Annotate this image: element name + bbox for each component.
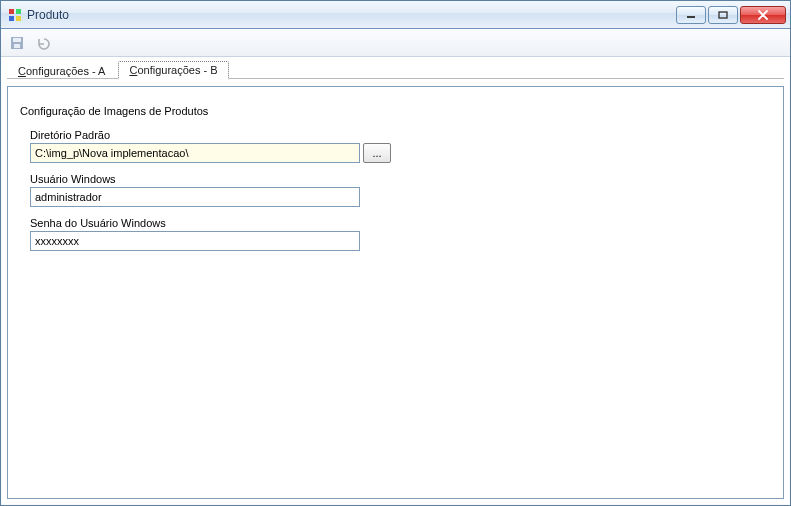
browse-button[interactable]: ...	[363, 143, 391, 163]
svg-rect-7	[13, 38, 21, 42]
toolbar	[1, 29, 790, 57]
window-frame: Produto	[0, 0, 791, 506]
svg-rect-3	[16, 16, 21, 21]
tabs: Configurações - A Configurações - B	[1, 57, 790, 79]
save-icon[interactable]	[7, 33, 27, 53]
panel: Configuração de Imagens de Produtos Dire…	[7, 86, 784, 499]
close-button[interactable]	[740, 6, 786, 24]
user-input[interactable]	[30, 187, 360, 207]
svg-rect-8	[14, 44, 20, 48]
svg-rect-1	[16, 9, 21, 14]
label-password: Senha do Usuário Windows	[30, 217, 771, 229]
minimize-button[interactable]	[676, 6, 706, 24]
field-password: Senha do Usuário Windows	[30, 217, 771, 251]
tab-b-rest: onfigurações - B	[137, 64, 217, 76]
label-user: Usuário Windows	[30, 173, 771, 185]
field-user: Usuário Windows	[30, 173, 771, 207]
svg-rect-5	[719, 12, 727, 18]
undo-icon[interactable]	[33, 33, 53, 53]
form: Diretório Padrão ... Usuário Windows Sen…	[20, 129, 771, 261]
directory-input[interactable]	[30, 143, 360, 163]
maximize-button[interactable]	[708, 6, 738, 24]
label-directory: Diretório Padrão	[30, 129, 771, 141]
window-controls	[676, 6, 786, 24]
svg-rect-2	[9, 16, 14, 21]
svg-rect-0	[9, 9, 14, 14]
section-title: Configuração de Imagens de Produtos	[20, 105, 771, 117]
tab-configuracoes-b[interactable]: Configurações - B	[118, 61, 228, 80]
app-icon	[7, 7, 23, 23]
password-input[interactable]	[30, 231, 360, 251]
content-area: Configuração de Imagens de Produtos Dire…	[1, 80, 790, 505]
window-title: Produto	[27, 8, 676, 22]
titlebar: Produto	[1, 1, 790, 29]
tab-a-rest: onfigurações - A	[26, 65, 106, 77]
tab-a-hotkey: C	[18, 65, 26, 77]
field-directory: Diretório Padrão ...	[30, 129, 771, 163]
svg-rect-4	[687, 16, 695, 18]
